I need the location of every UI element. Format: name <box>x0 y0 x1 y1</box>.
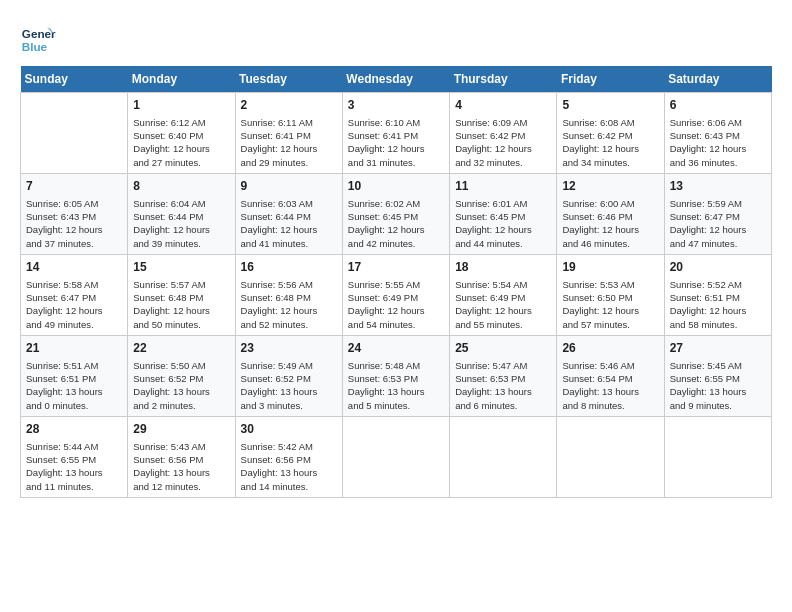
calendar-week-row: 28Sunrise: 5:44 AM Sunset: 6:55 PM Dayli… <box>21 416 772 497</box>
day-info: Sunrise: 5:43 AM Sunset: 6:56 PM Dayligh… <box>133 440 229 493</box>
calendar-cell: 8Sunrise: 6:04 AM Sunset: 6:44 PM Daylig… <box>128 173 235 254</box>
day-number: 25 <box>455 340 551 357</box>
svg-text:General: General <box>22 27 56 40</box>
day-info: Sunrise: 5:57 AM Sunset: 6:48 PM Dayligh… <box>133 278 229 331</box>
day-number: 21 <box>26 340 122 357</box>
day-info: Sunrise: 6:10 AM Sunset: 6:41 PM Dayligh… <box>348 116 444 169</box>
day-number: 30 <box>241 421 337 438</box>
day-info: Sunrise: 5:49 AM Sunset: 6:52 PM Dayligh… <box>241 359 337 412</box>
day-info: Sunrise: 5:47 AM Sunset: 6:53 PM Dayligh… <box>455 359 551 412</box>
day-number: 15 <box>133 259 229 276</box>
day-number: 20 <box>670 259 766 276</box>
logo: General Blue <box>20 20 62 56</box>
calendar-cell: 5Sunrise: 6:08 AM Sunset: 6:42 PM Daylig… <box>557 93 664 174</box>
day-info: Sunrise: 6:08 AM Sunset: 6:42 PM Dayligh… <box>562 116 658 169</box>
day-info: Sunrise: 6:09 AM Sunset: 6:42 PM Dayligh… <box>455 116 551 169</box>
calendar-cell <box>557 416 664 497</box>
day-number: 1 <box>133 97 229 114</box>
day-info: Sunrise: 6:01 AM Sunset: 6:45 PM Dayligh… <box>455 197 551 250</box>
calendar-week-row: 14Sunrise: 5:58 AM Sunset: 6:47 PM Dayli… <box>21 254 772 335</box>
day-number: 22 <box>133 340 229 357</box>
day-info: Sunrise: 5:46 AM Sunset: 6:54 PM Dayligh… <box>562 359 658 412</box>
day-info: Sunrise: 5:51 AM Sunset: 6:51 PM Dayligh… <box>26 359 122 412</box>
calendar-cell: 24Sunrise: 5:48 AM Sunset: 6:53 PM Dayli… <box>342 335 449 416</box>
calendar-cell: 23Sunrise: 5:49 AM Sunset: 6:52 PM Dayli… <box>235 335 342 416</box>
day-number: 5 <box>562 97 658 114</box>
calendar-cell <box>342 416 449 497</box>
page-header: General Blue <box>20 20 772 56</box>
calendar-cell: 19Sunrise: 5:53 AM Sunset: 6:50 PM Dayli… <box>557 254 664 335</box>
calendar-cell: 15Sunrise: 5:57 AM Sunset: 6:48 PM Dayli… <box>128 254 235 335</box>
header-wednesday: Wednesday <box>342 66 449 93</box>
calendar-week-row: 1Sunrise: 6:12 AM Sunset: 6:40 PM Daylig… <box>21 93 772 174</box>
day-info: Sunrise: 6:12 AM Sunset: 6:40 PM Dayligh… <box>133 116 229 169</box>
calendar-cell: 17Sunrise: 5:55 AM Sunset: 6:49 PM Dayli… <box>342 254 449 335</box>
calendar-cell: 20Sunrise: 5:52 AM Sunset: 6:51 PM Dayli… <box>664 254 771 335</box>
day-info: Sunrise: 5:58 AM Sunset: 6:47 PM Dayligh… <box>26 278 122 331</box>
day-number: 4 <box>455 97 551 114</box>
calendar-cell: 6Sunrise: 6:06 AM Sunset: 6:43 PM Daylig… <box>664 93 771 174</box>
calendar-cell: 1Sunrise: 6:12 AM Sunset: 6:40 PM Daylig… <box>128 93 235 174</box>
calendar-cell <box>450 416 557 497</box>
logo-icon: General Blue <box>20 20 56 56</box>
day-number: 29 <box>133 421 229 438</box>
day-info: Sunrise: 6:04 AM Sunset: 6:44 PM Dayligh… <box>133 197 229 250</box>
calendar-cell: 9Sunrise: 6:03 AM Sunset: 6:44 PM Daylig… <box>235 173 342 254</box>
day-number: 14 <box>26 259 122 276</box>
day-info: Sunrise: 5:50 AM Sunset: 6:52 PM Dayligh… <box>133 359 229 412</box>
header-monday: Monday <box>128 66 235 93</box>
calendar-cell: 14Sunrise: 5:58 AM Sunset: 6:47 PM Dayli… <box>21 254 128 335</box>
calendar-cell: 21Sunrise: 5:51 AM Sunset: 6:51 PM Dayli… <box>21 335 128 416</box>
calendar-header-row: SundayMondayTuesdayWednesdayThursdayFrid… <box>21 66 772 93</box>
calendar-cell <box>21 93 128 174</box>
calendar-cell: 3Sunrise: 6:10 AM Sunset: 6:41 PM Daylig… <box>342 93 449 174</box>
calendar-cell: 26Sunrise: 5:46 AM Sunset: 6:54 PM Dayli… <box>557 335 664 416</box>
day-number: 9 <box>241 178 337 195</box>
calendar-cell: 4Sunrise: 6:09 AM Sunset: 6:42 PM Daylig… <box>450 93 557 174</box>
day-info: Sunrise: 5:55 AM Sunset: 6:49 PM Dayligh… <box>348 278 444 331</box>
day-info: Sunrise: 5:48 AM Sunset: 6:53 PM Dayligh… <box>348 359 444 412</box>
calendar-cell: 13Sunrise: 5:59 AM Sunset: 6:47 PM Dayli… <box>664 173 771 254</box>
day-number: 27 <box>670 340 766 357</box>
day-info: Sunrise: 5:42 AM Sunset: 6:56 PM Dayligh… <box>241 440 337 493</box>
svg-text:Blue: Blue <box>22 40 48 53</box>
calendar-cell <box>664 416 771 497</box>
day-info: Sunrise: 5:52 AM Sunset: 6:51 PM Dayligh… <box>670 278 766 331</box>
day-info: Sunrise: 6:02 AM Sunset: 6:45 PM Dayligh… <box>348 197 444 250</box>
calendar-week-row: 7Sunrise: 6:05 AM Sunset: 6:43 PM Daylig… <box>21 173 772 254</box>
calendar-cell: 30Sunrise: 5:42 AM Sunset: 6:56 PM Dayli… <box>235 416 342 497</box>
calendar-cell: 28Sunrise: 5:44 AM Sunset: 6:55 PM Dayli… <box>21 416 128 497</box>
day-number: 7 <box>26 178 122 195</box>
calendar-cell: 11Sunrise: 6:01 AM Sunset: 6:45 PM Dayli… <box>450 173 557 254</box>
calendar-cell: 10Sunrise: 6:02 AM Sunset: 6:45 PM Dayli… <box>342 173 449 254</box>
day-info: Sunrise: 5:45 AM Sunset: 6:55 PM Dayligh… <box>670 359 766 412</box>
day-number: 12 <box>562 178 658 195</box>
calendar-cell: 16Sunrise: 5:56 AM Sunset: 6:48 PM Dayli… <box>235 254 342 335</box>
day-info: Sunrise: 6:11 AM Sunset: 6:41 PM Dayligh… <box>241 116 337 169</box>
day-number: 2 <box>241 97 337 114</box>
calendar-week-row: 21Sunrise: 5:51 AM Sunset: 6:51 PM Dayli… <box>21 335 772 416</box>
day-number: 6 <box>670 97 766 114</box>
header-sunday: Sunday <box>21 66 128 93</box>
day-info: Sunrise: 5:59 AM Sunset: 6:47 PM Dayligh… <box>670 197 766 250</box>
day-info: Sunrise: 6:05 AM Sunset: 6:43 PM Dayligh… <box>26 197 122 250</box>
header-saturday: Saturday <box>664 66 771 93</box>
day-number: 26 <box>562 340 658 357</box>
day-number: 3 <box>348 97 444 114</box>
header-tuesday: Tuesday <box>235 66 342 93</box>
day-info: Sunrise: 6:00 AM Sunset: 6:46 PM Dayligh… <box>562 197 658 250</box>
day-number: 17 <box>348 259 444 276</box>
calendar-cell: 27Sunrise: 5:45 AM Sunset: 6:55 PM Dayli… <box>664 335 771 416</box>
day-number: 10 <box>348 178 444 195</box>
day-number: 16 <box>241 259 337 276</box>
day-number: 23 <box>241 340 337 357</box>
day-info: Sunrise: 5:44 AM Sunset: 6:55 PM Dayligh… <box>26 440 122 493</box>
day-info: Sunrise: 5:56 AM Sunset: 6:48 PM Dayligh… <box>241 278 337 331</box>
day-number: 24 <box>348 340 444 357</box>
day-number: 11 <box>455 178 551 195</box>
day-number: 19 <box>562 259 658 276</box>
day-number: 8 <box>133 178 229 195</box>
header-thursday: Thursday <box>450 66 557 93</box>
calendar-cell: 7Sunrise: 6:05 AM Sunset: 6:43 PM Daylig… <box>21 173 128 254</box>
calendar-cell: 25Sunrise: 5:47 AM Sunset: 6:53 PM Dayli… <box>450 335 557 416</box>
